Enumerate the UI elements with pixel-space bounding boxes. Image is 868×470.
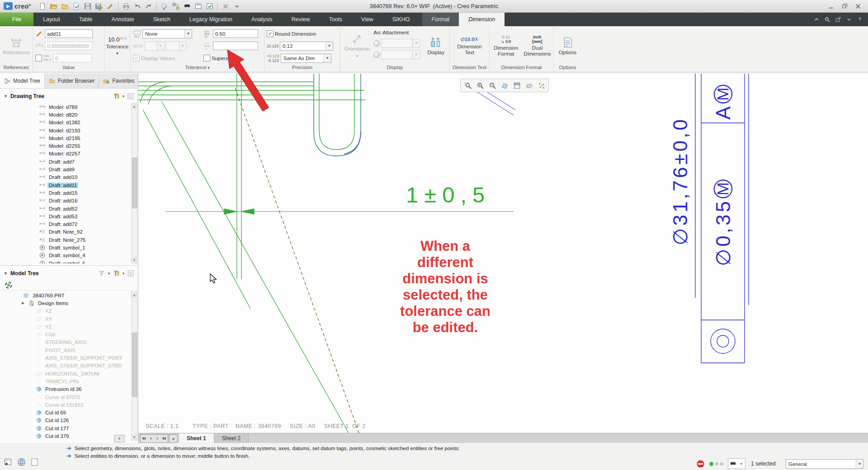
selected-dimension-value[interactable]: 1±0,5 (406, 182, 491, 207)
regenerate-button[interactable] (171, 1, 181, 11)
tab-sikho[interactable]: SIKHO (383, 13, 420, 26)
references-button[interactable]: References (1, 28, 32, 64)
override-value-checkbox[interactable] (35, 55, 42, 61)
tab-tools[interactable]: Tools (320, 13, 352, 26)
zoom-box-button[interactable] (462, 80, 473, 91)
tree-item[interactable]: 3840769.PRT (0, 291, 131, 299)
next-sheet-button[interactable] (154, 436, 161, 442)
orientation-button[interactable]: Orientation ▼ (343, 28, 372, 64)
sheet-tab-sheet-1[interactable]: Sheet 1 (179, 433, 214, 443)
tree-item[interactable]: YZ (0, 323, 131, 330)
tree-item[interactable]: ADraft: symbol_4 (0, 252, 131, 259)
tree-item[interactable]: AXIS_STEER_SUPPORT_STBD (0, 362, 131, 370)
tab-review[interactable]: Review (282, 13, 320, 26)
tree-item[interactable]: Draft: add7 (0, 158, 131, 165)
command-locator-icon[interactable] (835, 16, 842, 23)
model-tree-header[interactable]: ▼ Model Tree ▼▼ (0, 268, 138, 279)
tree-item[interactable]: Draft: add10 (0, 174, 131, 181)
decimal-places-arrow-icon[interactable]: ▼ (326, 42, 333, 50)
tree-item[interactable]: AXIS_STEER_SUPPORT_PORT (0, 354, 131, 362)
collapse-drawing-tree-icon[interactable]: ▼ (4, 94, 8, 99)
tree-item[interactable]: aModel: d2193 (0, 127, 131, 134)
tree-item[interactable]: Curve id 131633 (0, 401, 131, 409)
selection-filter-select[interactable]: General ▼ (786, 459, 863, 469)
spin-icon[interactable] (5, 281, 13, 289)
list-icon[interactable] (127, 93, 134, 100)
no-entry-icon[interactable] (696, 460, 705, 468)
tab-analysis[interactable]: Analysis (242, 13, 282, 26)
tab-annotate[interactable]: Annotate (102, 13, 144, 26)
print-button[interactable] (121, 1, 131, 11)
zoom-out-button[interactable] (487, 80, 498, 91)
lower-tolerance-field[interactable] (213, 42, 258, 50)
scroll-down-icon[interactable]: ▼ (132, 257, 137, 263)
save-as-button[interactable] (94, 1, 104, 11)
collapse-model-tree-icon[interactable]: ▼ (4, 271, 8, 276)
verify-button[interactable] (205, 1, 215, 11)
drawing-tree-scrollbar[interactable]: ▲ ▼ (131, 103, 137, 263)
tree-item[interactable]: STEERING_AXIS (0, 338, 131, 346)
restore-button[interactable] (838, 2, 851, 11)
window-display-button[interactable] (193, 1, 203, 11)
round-dimension-checkbox[interactable]: ✓ (267, 30, 274, 37)
tolerance-precision-arrow-icon[interactable]: ▼ (324, 54, 331, 62)
last-sheet-button[interactable] (161, 436, 168, 442)
superscript-checkbox[interactable] (203, 55, 210, 61)
dropdown-arrow-icon[interactable]: ▼ (122, 94, 125, 99)
open-button[interactable] (49, 1, 59, 11)
tree-item[interactable]: Cut id 126 (0, 417, 131, 424)
new-button[interactable] (38, 1, 47, 11)
scrollbar-thumb[interactable] (132, 158, 137, 208)
tab-view[interactable]: View (352, 13, 383, 26)
find-button[interactable] (182, 1, 192, 11)
tree-item[interactable]: aModel: d1382 (0, 119, 131, 127)
upper-tolerance-field[interactable] (213, 29, 258, 38)
tab-layout[interactable]: Layout (33, 13, 70, 26)
decimal-places-select[interactable]: 0.12 ▼ (280, 42, 333, 51)
dimension-text-button[interactable]: ∅10.0① Dimension Text (453, 28, 486, 64)
tree-item[interactable]: Draft: add52 (0, 205, 131, 212)
tab-legacy-migration[interactable]: Legacy Migration (180, 13, 242, 26)
close-button[interactable] (221, 1, 231, 11)
collapse-ribbon-icon[interactable] (813, 16, 820, 23)
dimension-format-button[interactable]: 0.12↘ 5/8 Dimension Format (492, 28, 520, 64)
navigator-tab-model-tree[interactable]: Model Tree (0, 74, 45, 88)
tab-file[interactable]: File (0, 13, 33, 26)
tree-item[interactable]: Cut id 379 (0, 432, 131, 440)
options-button[interactable]: Options (557, 28, 579, 64)
tolerance-precision-select[interactable]: Same As Dim ▼ (281, 54, 331, 63)
scroll-up-icon[interactable]: ▲ (132, 292, 137, 298)
sheet-tab-sheet-2[interactable]: Sheet 2 (214, 433, 249, 443)
clear-button[interactable] (524, 80, 534, 91)
tolerance-menu-button[interactable]: 10.0±0.1 Tolerance (104, 28, 131, 64)
tree-item[interactable]: Draft: add53 (0, 212, 131, 220)
dropdown-arrow-icon[interactable]: ▼ (122, 272, 125, 276)
tree-item[interactable]: aModel: d2255 (0, 142, 131, 150)
selection-filter-arrow-icon[interactable]: ▼ (856, 460, 863, 468)
tree-item[interactable]: ADraft: symbol_5 (0, 259, 131, 263)
dimension-name-field[interactable] (45, 29, 93, 38)
arc-attachment-select-1[interactable]: ▼ (381, 39, 420, 48)
find-arrow-icon[interactable]: ▼ (738, 462, 744, 465)
tree-item[interactable]: Draft: add11 (0, 181, 131, 189)
tab-format[interactable]: Format (422, 13, 459, 26)
more-button[interactable] (232, 1, 242, 11)
browser-button[interactable] (17, 457, 26, 468)
expander-icon[interactable]: ▶ (22, 301, 27, 305)
close-window-button[interactable] (852, 2, 864, 11)
tree-item[interactable]: ▶Design Items (0, 299, 131, 307)
dual-dimensions-button[interactable]: inch[mm] Dual Dimensions (522, 28, 552, 64)
tolerance-iso-select-2[interactable]: ▼ (166, 42, 187, 51)
tab-dimension[interactable]: Dimension (459, 13, 505, 26)
tree-item[interactable]: Draft: add15 (0, 189, 131, 197)
diameter-dimension-text[interactable]: ∅31,76±0,0 (666, 74, 693, 294)
tree-item[interactable]: aModel: d2257 (0, 150, 131, 158)
prev-sheet-button[interactable] (147, 436, 154, 442)
repaint-button[interactable] (511, 80, 522, 91)
tree-item[interactable]: HORIZONTAL_DATUM (0, 370, 131, 377)
scroll-down-icon[interactable]: ▼ (132, 434, 137, 440)
tree-item[interactable]: ADraft: Note_275 (0, 236, 131, 244)
search-icon[interactable] (824, 16, 831, 23)
save-button[interactable] (83, 1, 93, 11)
arc-attachment-radio-1[interactable] (373, 40, 380, 47)
